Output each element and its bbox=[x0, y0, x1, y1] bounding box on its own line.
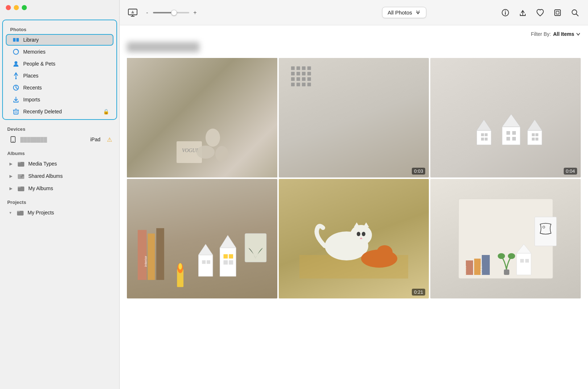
svg-rect-89 bbox=[229, 254, 233, 259]
svg-rect-43 bbox=[302, 66, 305, 70]
svg-rect-32 bbox=[555, 10, 560, 16]
svg-marker-58 bbox=[477, 120, 491, 130]
sidebar-section-label-photos: Photos bbox=[3, 22, 116, 34]
svg-rect-65 bbox=[506, 131, 510, 135]
photo-cell-5[interactable]: 0:21 bbox=[279, 179, 429, 298]
trash-icon bbox=[12, 108, 20, 115]
svg-marker-110 bbox=[517, 253, 531, 275]
device-name-blurred: ████████ bbox=[20, 137, 85, 142]
zoom-slider[interactable] bbox=[153, 12, 189, 13]
svg-rect-114 bbox=[535, 217, 556, 246]
sidebar-item-label-media-types: Media Types bbox=[28, 161, 112, 167]
sidebar-item-memories[interactable]: Memories bbox=[6, 46, 113, 58]
svg-rect-72 bbox=[535, 133, 538, 136]
sidebar-item-label-imports: Imports bbox=[23, 97, 109, 103]
svg-rect-0 bbox=[13, 38, 16, 42]
all-photos-label: All Photos bbox=[388, 9, 412, 16]
close-button[interactable] bbox=[6, 5, 11, 10]
display-icon[interactable] bbox=[127, 7, 138, 18]
date-heading bbox=[127, 42, 199, 52]
svg-rect-51 bbox=[302, 77, 305, 81]
svg-rect-92 bbox=[245, 234, 266, 262]
svg-rect-42 bbox=[297, 66, 300, 70]
sidebar-item-label-recents: Recents bbox=[23, 85, 109, 91]
photo-cell-6[interactable]: DECOR VOGUE bbox=[430, 179, 581, 298]
svg-rect-84 bbox=[202, 260, 206, 264]
svg-rect-91 bbox=[229, 260, 233, 265]
svg-rect-23 bbox=[17, 211, 20, 212]
sidebar-item-shared-albums[interactable]: ▶ Shared Albums bbox=[3, 170, 116, 182]
sidebar-item-label-library: Library bbox=[23, 37, 109, 43]
zoom-out-button[interactable]: - bbox=[144, 9, 151, 16]
toolbar: - + All Photos bbox=[120, 0, 588, 25]
svg-rect-60 bbox=[485, 133, 488, 136]
ipad-icon bbox=[9, 136, 17, 143]
svg-point-81 bbox=[178, 263, 182, 270]
zoom-controls: - + bbox=[144, 9, 199, 16]
chevron-down-icon: ▾ bbox=[9, 210, 12, 215]
sidebar-item-my-projects[interactable]: ▾ My Projects bbox=[3, 207, 116, 218]
main-content: - + All Photos bbox=[120, 0, 588, 389]
svg-rect-85 bbox=[207, 260, 210, 264]
svg-point-102 bbox=[377, 245, 393, 260]
maximize-button[interactable] bbox=[22, 5, 27, 10]
svg-point-40 bbox=[215, 146, 228, 162]
sidebar-item-recents[interactable]: Recents bbox=[6, 82, 113, 93]
photo-cell-1[interactable]: VOGUE bbox=[127, 58, 277, 177]
info-button[interactable] bbox=[500, 7, 511, 18]
sidebar-item-imports[interactable]: Imports bbox=[6, 94, 113, 105]
chevron-right-icon: ▶ bbox=[9, 162, 12, 166]
svg-rect-88 bbox=[223, 254, 228, 259]
sidebar-item-places[interactable]: Places bbox=[6, 70, 113, 81]
filter-by-label: Filter By: bbox=[531, 31, 551, 37]
svg-point-3 bbox=[15, 61, 17, 64]
sidebar-item-label-my-projects: My Projects bbox=[28, 210, 112, 216]
sidebar-item-my-albums[interactable]: ▶ My Albums bbox=[3, 183, 116, 194]
svg-rect-113 bbox=[525, 259, 529, 263]
svg-marker-27 bbox=[131, 11, 134, 13]
rotate-button[interactable] bbox=[552, 7, 563, 18]
svg-rect-54 bbox=[297, 83, 300, 86]
svg-point-103 bbox=[363, 256, 374, 263]
search-button[interactable] bbox=[569, 7, 581, 18]
sidebar-item-media-types[interactable]: ▶ Media Types bbox=[3, 158, 116, 170]
photo-cell-3[interactable]: 0:04 bbox=[430, 58, 581, 177]
svg-rect-75 bbox=[138, 230, 147, 280]
svg-marker-96 bbox=[354, 222, 360, 227]
device-label: iPad bbox=[90, 137, 100, 142]
toolbar-left: - + bbox=[127, 7, 309, 18]
zoom-in-button[interactable]: + bbox=[191, 9, 199, 16]
svg-rect-112 bbox=[520, 259, 524, 263]
svg-rect-73 bbox=[532, 138, 535, 141]
svg-rect-116 bbox=[504, 269, 509, 275]
recents-icon bbox=[12, 84, 20, 91]
toolbar-right bbox=[500, 7, 581, 18]
projects-folder-icon bbox=[17, 209, 24, 216]
favorites-button[interactable] bbox=[534, 7, 546, 18]
chevron-right-icon-shared: ▶ bbox=[9, 174, 12, 179]
sidebar-item-ipad[interactable]: ████████ iPad ⚠ bbox=[3, 134, 116, 145]
filter-value-dropdown[interactable]: All Items bbox=[553, 31, 581, 37]
shared-folder-icon bbox=[17, 172, 25, 180]
svg-rect-44 bbox=[307, 66, 311, 70]
all-photos-dropdown[interactable]: All Photos bbox=[382, 7, 426, 18]
sidebar-item-library[interactable]: Library bbox=[6, 34, 113, 46]
svg-point-5 bbox=[15, 78, 17, 79]
photo-cell-4[interactable]: interior bbox=[127, 179, 277, 298]
sidebar-item-label-people-pets: People & Pets bbox=[23, 61, 109, 67]
filter-chevron-icon bbox=[576, 32, 581, 37]
photo-cell-2[interactable]: 0:03 bbox=[279, 58, 429, 177]
share-button[interactable] bbox=[517, 7, 529, 18]
photo-content: Filter By: All Items bbox=[120, 25, 588, 389]
svg-rect-7 bbox=[14, 110, 18, 114]
svg-rect-67 bbox=[506, 137, 510, 141]
svg-marker-82 bbox=[198, 255, 212, 276]
minimize-button[interactable] bbox=[14, 5, 19, 10]
sidebar-item-recently-deleted[interactable]: Recently Deleted 🔒 bbox=[6, 106, 113, 117]
places-icon bbox=[12, 72, 20, 79]
svg-rect-71 bbox=[532, 133, 535, 136]
sidebar-item-label-places: Places bbox=[23, 73, 109, 79]
svg-rect-90 bbox=[223, 260, 228, 265]
sidebar-item-people-pets[interactable]: People & Pets bbox=[6, 58, 113, 70]
svg-point-19 bbox=[21, 176, 22, 178]
